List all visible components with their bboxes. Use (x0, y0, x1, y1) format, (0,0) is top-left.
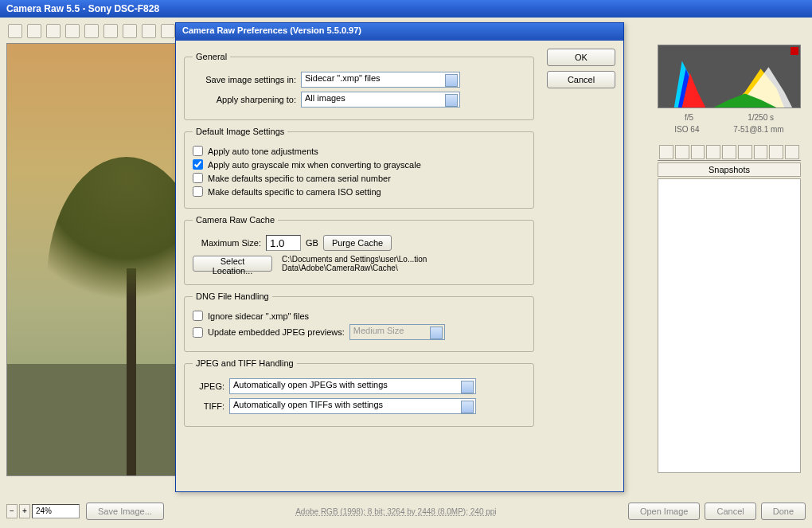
dng-legend: DNG File Handling (193, 291, 272, 301)
f-number: f/5 (685, 113, 693, 122)
panel-header: Snapshots (658, 162, 801, 177)
update-previews-checkbox[interactable] (193, 327, 203, 338)
iso-checkbox[interactable] (193, 186, 203, 197)
tiff-select[interactable]: Automatically open TIFFs with settings (229, 398, 476, 414)
zoom-in-button[interactable]: + (19, 504, 30, 518)
panel-tabs (658, 143, 801, 161)
exif-row2: ISO 64 7-51@8.1 mm (658, 125, 801, 134)
eyedropper-icon[interactable] (46, 24, 61, 38)
exif-row1: f/5 1/250 s (658, 113, 801, 122)
prefs-icon[interactable] (161, 24, 175, 38)
auto-tone-checkbox[interactable] (193, 146, 203, 156)
dng-group: DNG File Handling Ignore sidecar ".xmp" … (184, 291, 534, 352)
auto-gray-checkbox[interactable] (193, 159, 203, 170)
window-title: Camera Raw 5.5 - Sony DSC-F828 (0, 0, 812, 18)
purge-cache-button[interactable]: Purge Cache (323, 235, 392, 251)
done-button[interactable]: Done (761, 503, 806, 520)
tab-preset-icon[interactable] (769, 145, 783, 159)
histogram (658, 45, 801, 108)
dialog-cancel-button[interactable]: Cancel (547, 71, 615, 88)
auto-gray-label: Apply auto grayscale mix when converting… (208, 160, 421, 170)
tab-lens-icon[interactable] (738, 145, 752, 159)
serial-checkbox[interactable] (193, 173, 203, 183)
workflow-link[interactable]: Adobe RGB (1998); 8 bit; 3264 by 2448 (8… (164, 507, 628, 516)
zoom-out-button[interactable]: − (6, 504, 18, 518)
cache-path: C:\Documents and Settings\user\Lo...tion… (282, 255, 525, 272)
sharpening-label: Apply sharpening to: (193, 95, 296, 104)
dialog-title: Camera Raw Preferences (Version 5.5.0.97… (176, 23, 623, 41)
tiff-label: TIFF: (193, 401, 224, 411)
tab-calib-icon[interactable] (754, 145, 768, 159)
tab-detail-icon[interactable] (691, 145, 705, 159)
crop-icon[interactable] (84, 24, 99, 38)
cancel-button[interactable]: Cancel (705, 503, 755, 520)
serial-label: Make defaults specific to camera serial … (208, 174, 391, 183)
iso: ISO 64 (674, 125, 699, 134)
auto-tone-label: Apply auto tone adjustments (208, 147, 318, 156)
zoom-select[interactable]: 24% (32, 504, 80, 518)
tab-curve-icon[interactable] (675, 145, 689, 159)
select-location-button[interactable]: Select Location... (193, 256, 272, 272)
cache-group: Camera Raw Cache Maximum Size: GB Purge … (184, 215, 534, 285)
tab-snapshot-icon[interactable] (785, 145, 799, 159)
max-size-input[interactable] (266, 235, 301, 251)
jpeg-tiff-group: JPEG and TIFF Handling JPEG: Automatical… (184, 358, 534, 427)
save-settings-label: Save image settings in: (193, 75, 296, 84)
sharpening-select[interactable]: All images (301, 92, 460, 108)
cache-legend: Camera Raw Cache (193, 215, 278, 225)
defaults-legend: Default Image Settings (193, 127, 287, 136)
update-previews-label: Update embedded JPEG previews: (208, 327, 345, 337)
jpeg-tiff-legend: JPEG and TIFF Handling (193, 358, 297, 368)
retouch-icon[interactable] (123, 24, 137, 38)
snapshot-list[interactable] (658, 178, 801, 473)
general-legend: General (193, 52, 230, 61)
iso-label: Make defaults specific to camera ISO set… (208, 187, 381, 197)
preferences-dialog: Camera Raw Preferences (Version 5.5.0.97… (175, 22, 624, 492)
tab-hsl-icon[interactable] (706, 145, 720, 159)
general-group: General Save image settings in: Sidecar … (184, 52, 534, 120)
ignore-xmp-checkbox[interactable] (193, 311, 203, 321)
open-image-button[interactable]: Open Image (628, 503, 701, 520)
preview-size-select: Medium Size (349, 324, 445, 340)
max-size-label: Maximum Size: (193, 238, 261, 248)
save-settings-select[interactable]: Sidecar ".xmp" files (301, 72, 460, 88)
defaults-group: Default Image Settings Apply auto tone a… (184, 127, 534, 209)
jpeg-label: JPEG: (193, 381, 224, 391)
clipping-warning-icon[interactable] (791, 47, 798, 55)
straighten-icon[interactable] (103, 24, 118, 38)
shutter: 1/250 s (748, 113, 774, 122)
redeye-icon[interactable] (142, 24, 156, 38)
save-image-button[interactable]: Save Image... (86, 503, 164, 520)
gb-label: GB (306, 238, 318, 248)
jpeg-select[interactable]: Automatically open JPEGs with settings (229, 378, 476, 394)
tab-basic-icon[interactable] (659, 145, 673, 159)
zoom-tool-icon[interactable] (8, 24, 22, 38)
sampler-icon[interactable] (65, 24, 80, 38)
hand-tool-icon[interactable] (27, 24, 41, 38)
tab-split-icon[interactable] (722, 145, 736, 159)
focal: 7-51@8.1 mm (733, 125, 784, 134)
ok-button[interactable]: OK (547, 49, 615, 66)
ignore-xmp-label: Ignore sidecar ".xmp" files (208, 311, 309, 321)
